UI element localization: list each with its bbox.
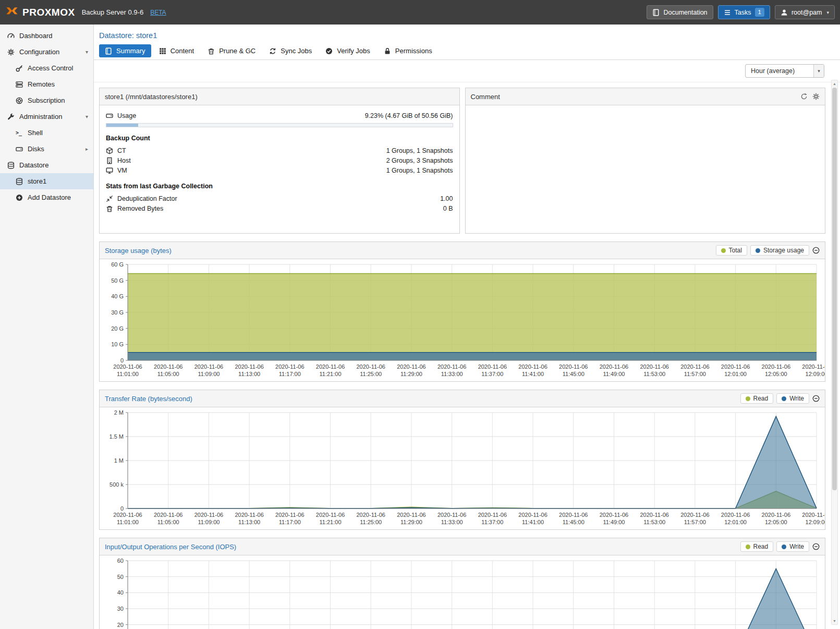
tab-verify-jobs[interactable]: Verify Jobs <box>320 44 376 57</box>
server-icon <box>16 81 23 88</box>
storage-usage-panel: Storage usage (bytes) Total Storage usag… <box>99 241 825 382</box>
read-series-dot <box>746 545 750 549</box>
svg-text:2020-11-0611:21:00: 2020-11-0611:21:00 <box>316 512 345 525</box>
documentation-button[interactable]: Documentation <box>647 5 713 19</box>
user-label: root@pam <box>792 9 822 16</box>
hdd-icon <box>16 146 23 153</box>
svg-text:0: 0 <box>120 357 124 364</box>
sidebar-item-subscription[interactable]: Subscription <box>0 92 93 108</box>
lock-icon <box>384 47 391 55</box>
product-version: Backup Server 0.9-6 <box>82 8 144 16</box>
removed-bytes-value: 0 B <box>443 205 453 212</box>
comment-body[interactable] <box>466 105 825 233</box>
sidebar-item-configuration[interactable]: Configuration ▾ <box>0 44 93 60</box>
sync-icon <box>269 47 276 55</box>
refresh-icon[interactable] <box>800 93 808 100</box>
sidebar-item-disks[interactable]: Disks ▸ <box>0 141 93 157</box>
svg-text:2020-11-0611:29:00: 2020-11-0611:29:00 <box>397 364 425 377</box>
tab-strip: Summary Content Prune & GC Sync Jobs Ver… <box>94 44 840 60</box>
sidebar-item-administration[interactable]: Administration ▾ <box>0 108 93 125</box>
svg-text:2020-11-0611:01:00: 2020-11-0611:01:00 <box>113 364 142 377</box>
tab-permissions[interactable]: Permissions <box>378 44 438 57</box>
tasks-label: Tasks <box>735 9 751 16</box>
backup-count-heading: Backup Count <box>106 135 453 142</box>
transfer-rate-chart: 0500 k1 M1.5 M2 M2020-11-0611:01:002020-… <box>100 407 825 529</box>
legend-storage-usage[interactable]: Storage usage <box>750 245 809 256</box>
svg-text:40: 40 <box>117 589 124 596</box>
sidebar-item-dashboard[interactable]: Dashboard <box>0 28 93 44</box>
svg-text:2020-11-0612:05:00: 2020-11-0612:05:00 <box>762 512 790 525</box>
plus-circle-icon <box>16 194 23 201</box>
chevron-down-icon: ▾ <box>86 114 88 119</box>
write-series-dot <box>782 545 786 549</box>
svg-text:2020-11-0611:37:00: 2020-11-0611:37:00 <box>478 512 507 525</box>
total-series-dot <box>721 248 726 253</box>
tab-sync-jobs[interactable]: Sync Jobs <box>263 44 318 57</box>
svg-text:2020-11-0611:05:00: 2020-11-0611:05:00 <box>154 364 182 377</box>
sidebar-item-access-control[interactable]: Access Control <box>0 60 93 76</box>
svg-text:0: 0 <box>120 505 124 512</box>
top-actions: Documentation Tasks 1 root@pam ▾ <box>642 5 835 19</box>
svg-text:2 M: 2 M <box>114 409 124 416</box>
svg-text:2020-11-0611:25:00: 2020-11-0611:25:00 <box>357 364 385 377</box>
scrollbar-thumb[interactable] <box>832 88 837 490</box>
sidebar-item-datastore[interactable]: Datastore <box>0 157 93 173</box>
sidebar-item-remotes[interactable]: Remotes <box>0 76 93 92</box>
legend-total[interactable]: Total <box>716 245 747 256</box>
svg-text:500 k: 500 k <box>109 481 124 488</box>
legend-write[interactable]: Write <box>776 541 809 552</box>
grid-icon <box>159 47 166 55</box>
svg-text:2020-11-0611:41:00: 2020-11-0611:41:00 <box>518 512 547 525</box>
chart-title: Input/Output Operations per Second (IOPS… <box>105 543 236 551</box>
time-range-select[interactable]: Hour (average) ▾ <box>745 64 824 78</box>
collapse-icon[interactable] <box>812 543 820 550</box>
svg-text:20: 20 <box>117 622 124 628</box>
collapse-icon[interactable] <box>812 395 820 402</box>
svg-text:1.5 M: 1.5 M <box>109 433 124 440</box>
svg-text:2020-11-0611:57:00: 2020-11-0611:57:00 <box>680 512 709 525</box>
tasks-button[interactable]: Tasks 1 <box>718 5 770 19</box>
collapse-icon[interactable] <box>812 247 820 254</box>
comment-panel: Comment <box>465 88 826 234</box>
database-icon <box>7 162 15 169</box>
page-title: Datastore: store1 <box>94 25 840 44</box>
tab-summary[interactable]: Summary <box>99 44 151 57</box>
svg-text:2020-11-0612:01:00: 2020-11-0612:01:00 <box>721 364 750 377</box>
support-icon <box>16 97 23 104</box>
storage-usage-chart: 010 G20 G30 G40 G50 G60 G2020-11-0611:01… <box>100 259 825 381</box>
chart-title: Transfer Rate (bytes/second) <box>105 395 192 403</box>
svg-text:2020-11-0611:41:00: 2020-11-0611:41:00 <box>518 364 547 377</box>
svg-text:60 G: 60 G <box>111 261 124 268</box>
proxmox-backup-server-app: PROXMOX Backup Server 0.9-6 BETA Documen… <box>0 0 840 629</box>
host-count-value: 2 Groups, 3 Snapshots <box>386 157 453 164</box>
sidebar-item-add-datastore[interactable]: Add Datastore <box>0 189 93 205</box>
sidebar-item-shell[interactable]: >_ Shell <box>0 125 93 141</box>
proxmox-logo-text: PROXMOX <box>22 7 75 18</box>
iops-chart: 01020304050602020-11-0611:01:002020-11-0… <box>100 555 825 629</box>
gear-icon[interactable] <box>812 93 820 100</box>
legend-read[interactable]: Read <box>740 541 774 552</box>
svg-text:2020-11-0611:45:00: 2020-11-0611:45:00 <box>559 364 588 377</box>
legend-write[interactable]: Write <box>776 393 809 404</box>
svg-text:50 G: 50 G <box>111 277 124 284</box>
chevron-down-icon: ▾ <box>86 49 88 55</box>
beta-link[interactable]: BETA <box>150 9 166 16</box>
legend-read[interactable]: Read <box>740 393 774 404</box>
sidebar-item-store1[interactable]: store1 <box>0 173 93 189</box>
svg-text:50: 50 <box>117 574 124 580</box>
panel-title: Comment <box>471 93 500 101</box>
usage-progress-fill <box>106 124 138 127</box>
user-menu-button[interactable]: root@pam ▾ <box>775 5 835 19</box>
svg-text:2020-11-0611:13:00: 2020-11-0611:13:00 <box>235 512 263 525</box>
usage-progress-bar <box>106 123 453 127</box>
compress-icon <box>106 195 113 202</box>
svg-text:40 G: 40 G <box>111 293 124 299</box>
tab-prune-gc[interactable]: Prune & GC <box>202 44 261 57</box>
svg-text:2020-11-0611:05:00: 2020-11-0611:05:00 <box>154 512 182 525</box>
usage-label: Usage <box>117 112 136 119</box>
tab-content[interactable]: Content <box>153 44 200 57</box>
scroll-up-icon[interactable]: ▲ <box>832 80 837 87</box>
svg-text:2020-11-0612:01:00: 2020-11-0612:01:00 <box>721 512 750 525</box>
vertical-scrollbar[interactable]: ▲ ▼ <box>831 80 838 625</box>
scroll-down-icon[interactable]: ▼ <box>832 618 837 624</box>
